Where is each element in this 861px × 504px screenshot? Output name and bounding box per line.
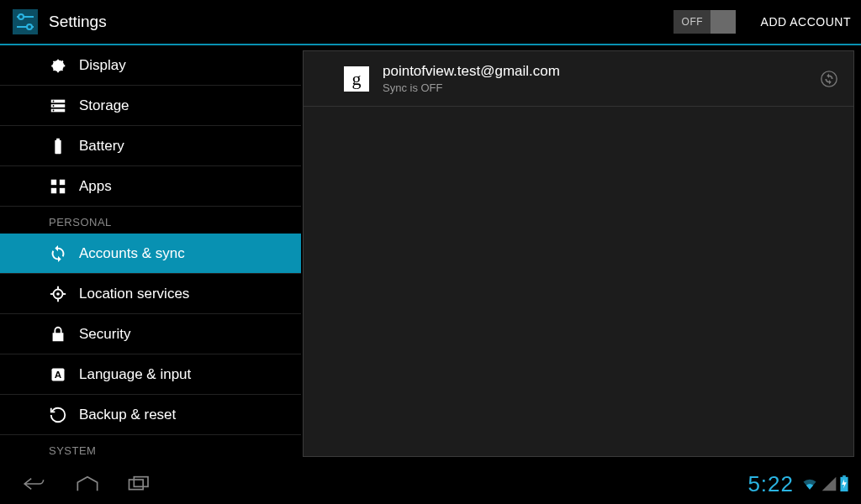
language-icon: A (49, 365, 67, 384)
sync-icon (49, 244, 67, 263)
sidebar-item-label: Language & input (79, 366, 191, 383)
sidebar-item-label: Battery (79, 138, 124, 155)
battery-charging-icon (839, 475, 849, 492)
sidebar-item-label: Security (79, 326, 130, 343)
toggle-label: OFF (682, 16, 704, 28)
svg-rect-12 (60, 179, 65, 184)
sidebar-header-system: SYSTEM (0, 435, 301, 462)
sidebar-item-label: Display (79, 57, 126, 74)
svg-rect-11 (51, 179, 56, 184)
svg-point-4 (27, 24, 32, 29)
sidebar-item-label: Location services (79, 286, 189, 302)
add-account-button[interactable]: ADD ACCOUNT (761, 15, 851, 29)
sync-master-toggle[interactable]: OFF (673, 10, 736, 34)
signal-icon (821, 475, 837, 492)
svg-rect-13 (51, 187, 56, 192)
settings-app-icon (10, 7, 40, 37)
google-account-icon: g (344, 66, 369, 92)
status-clock: 5:22 (747, 471, 794, 497)
toggle-knob (710, 10, 736, 34)
sidebar-item-location[interactable]: Location services (0, 274, 301, 314)
nav-back-button[interactable] (12, 472, 59, 496)
svg-text:A: A (55, 369, 62, 380)
lock-icon (49, 325, 67, 344)
detail-panel: g pointofview.test@gmail.com Sync is OFF (303, 50, 854, 457)
sidebar-item-apps[interactable]: Apps (0, 166, 301, 207)
svg-point-8 (53, 100, 55, 102)
sidebar-item-security[interactable]: Security (0, 314, 301, 354)
sidebar-item-display[interactable]: Display (0, 45, 301, 86)
backup-icon (49, 406, 67, 424)
apps-icon (49, 177, 67, 196)
page-title: Settings (49, 13, 107, 31)
display-icon (49, 56, 67, 75)
settings-sidebar[interactable]: Display Storage Battery Apps PERSONAL (0, 45, 301, 464)
sidebar-item-label: Apps (79, 178, 112, 195)
svg-rect-14 (60, 187, 65, 192)
location-icon (49, 285, 67, 303)
sidebar-item-label: Storage (79, 97, 129, 114)
sidebar-item-language[interactable]: A Language & input (0, 354, 301, 395)
nav-home-button[interactable] (64, 472, 111, 496)
sidebar-item-label: Backup & reset (79, 407, 176, 423)
account-email: pointofview.test@gmail.com (383, 63, 560, 80)
battery-icon (49, 137, 67, 155)
system-nav-bar: 5:22 (0, 464, 861, 504)
svg-rect-0 (13, 9, 38, 34)
svg-point-10 (53, 109, 55, 111)
svg-point-9 (53, 105, 55, 107)
svg-rect-24 (129, 480, 144, 490)
account-sync-status: Sync is OFF (383, 81, 560, 94)
sidebar-item-accounts-sync[interactable]: Accounts & sync (0, 234, 301, 274)
wifi-icon (800, 475, 819, 492)
storage-icon (49, 97, 67, 115)
sidebar-item-battery[interactable]: Battery (0, 126, 301, 166)
sidebar-item-storage[interactable]: Storage (0, 86, 301, 126)
svg-point-16 (56, 292, 60, 296)
nav-recent-button[interactable] (116, 472, 163, 496)
account-row[interactable]: g pointofview.test@gmail.com Sync is OFF (304, 51, 853, 107)
svg-rect-25 (134, 477, 148, 487)
svg-point-2 (18, 14, 24, 19)
sidebar-item-label: Accounts & sync (79, 245, 185, 262)
sidebar-item-backup[interactable]: Backup & reset (0, 395, 301, 435)
account-sync-icon (820, 70, 838, 88)
svg-rect-27 (843, 475, 846, 477)
action-bar: Settings OFF ADD ACCOUNT (0, 0, 861, 45)
sidebar-header-personal: PERSONAL (0, 207, 301, 234)
